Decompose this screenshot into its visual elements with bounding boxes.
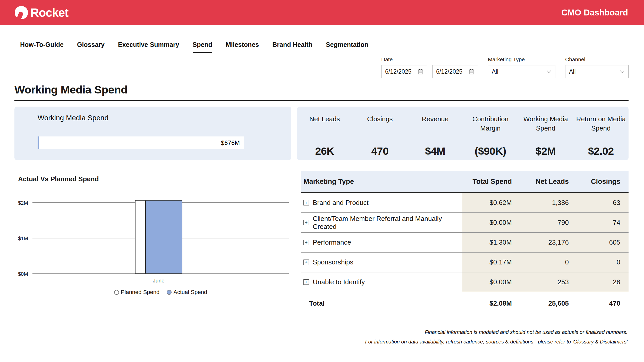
row-total-spend: $0.62M (462, 193, 512, 212)
row-total-spend: $0.17M (462, 253, 512, 272)
kpi-contribution-margin: Contribution Margin ($90K) (463, 114, 518, 160)
spend-card-title: Working Media Spend (38, 114, 291, 122)
column-header-net-leads[interactable]: Net Leads (512, 171, 569, 192)
kpi-value: $2M (536, 145, 556, 157)
actual-spend-swatch-icon (167, 290, 172, 295)
rocket-logo-icon (14, 6, 28, 20)
channel-label: Channel (565, 56, 629, 63)
kpi-card: Net Leads 26K Closings 470 Revenue $4M C… (297, 107, 629, 160)
kpi-label: Contribution Margin (465, 114, 516, 135)
expand-icon[interactable]: + (303, 260, 309, 265)
y-axis-tick-label: $1M (18, 236, 32, 242)
row-net-leads: 0 (512, 253, 569, 272)
actual-vs-planned-chart: Actual Vs Planned Spend June $0M$1M$2M P… (14, 168, 301, 314)
kpi-label: Working Media Spend (520, 114, 571, 135)
row-label: Unable to Identify (313, 278, 365, 286)
tab-executive-summary[interactable]: Executive Summary (118, 41, 179, 53)
main-content-row: Actual Vs Planned Spend June $0M$1M$2M P… (14, 168, 629, 314)
expand-icon[interactable]: + (303, 220, 309, 225)
kpi-revenue: Revenue $4M (408, 114, 463, 160)
kpi-value: ($90K) (475, 145, 506, 157)
row-net-leads: 23,176 (512, 233, 569, 252)
total-net-leads: 25,605 (512, 292, 569, 314)
dashboard-title: CMO Dashboard (561, 8, 628, 18)
tab-milestones[interactable]: Milestones (226, 41, 259, 53)
working-media-spend-card: Working Media Spend $676M (14, 107, 291, 160)
total-label: Total (301, 292, 462, 314)
filter-bar: Date 6/12/2025 6/12/2025 (381, 56, 629, 78)
planned-spend-bar[interactable] (135, 200, 146, 274)
date-end-value: 6/12/2025 (436, 68, 462, 75)
legend-item-actual-spend[interactable]: Actual Spend (167, 289, 207, 296)
footnotes: Financial information is modeled and sho… (0, 329, 628, 345)
date-filter: Date 6/12/2025 6/12/2025 (381, 56, 478, 78)
tab-glossary[interactable]: Glossary (77, 41, 105, 53)
table-row: + Performance $1.30M 23,176 605 (301, 233, 629, 253)
date-filter-label: Date (381, 56, 478, 63)
kpi-net-leads: Net Leads 26K (297, 114, 352, 160)
kpi-closings: Closings 470 (352, 114, 408, 160)
rocket-logo: Rocket (14, 6, 68, 20)
column-header-marketing-type[interactable]: Marketing Type (301, 171, 462, 192)
column-header-closings[interactable]: Closings (569, 171, 629, 192)
kpi-label: Closings (367, 114, 393, 135)
top-bar: Rocket CMO Dashboard (0, 0, 644, 25)
tab-segmentation[interactable]: Segmentation (326, 41, 368, 53)
actual-spend-bar[interactable] (145, 200, 182, 274)
marketing-type-filter: Marketing Type All (488, 56, 555, 78)
tab-how-to-guide[interactable]: How-To-Guide (20, 41, 64, 53)
table-total-row: Total $2.08M 25,605 470 (301, 292, 629, 314)
title-divider (14, 100, 629, 101)
expand-icon[interactable]: + (303, 240, 309, 245)
chevron-down-icon (619, 68, 625, 75)
legend-label: Planned Spend (121, 289, 159, 296)
kpi-return-on-media-spend: Return on Media Spend $2.02 (573, 114, 629, 160)
row-total-spend: $0.00M (462, 213, 512, 232)
tab-brand-health[interactable]: Brand Health (272, 41, 312, 53)
legend-item-planned-spend[interactable]: Planned Spend (114, 289, 159, 296)
channel-filter: Channel All (565, 56, 629, 78)
marketing-type-value: All (492, 68, 498, 75)
tab-spend[interactable]: Spend (193, 41, 212, 53)
expand-icon[interactable]: + (303, 279, 309, 285)
planned-spend-swatch-icon (114, 290, 119, 295)
chart-plot: June $0M$1M$2M (32, 185, 289, 274)
row-label: Performance (313, 238, 351, 246)
calendar-icon[interactable] (468, 68, 475, 75)
summary-cards-row: Working Media Spend $676M Net Leads 26K … (14, 107, 629, 160)
expand-icon[interactable]: + (303, 200, 309, 205)
spend-gauge-fill (38, 136, 39, 149)
date-end-input[interactable]: 6/12/2025 (432, 65, 478, 78)
table-row: + Sponsorships $0.17M 0 0 (301, 253, 629, 272)
total-spend: $2.08M (462, 292, 512, 314)
row-net-leads: 1,386 (512, 193, 569, 212)
spend-gauge-bar: $676M (38, 136, 244, 149)
channel-select[interactable]: All (565, 65, 629, 78)
chevron-down-icon (546, 68, 552, 75)
row-closings: 605 (569, 233, 629, 252)
kpi-value: $2.02 (588, 145, 614, 157)
footnote-disclaimer: Financial information is modeled and sho… (0, 329, 628, 335)
kpi-label: Return on Media Spend (575, 114, 627, 135)
page-title: Working Media Spend (14, 83, 644, 96)
marketing-type-select[interactable]: All (488, 65, 555, 78)
kpi-value: 26K (315, 145, 334, 157)
chart-title: Actual Vs Planned Spend (18, 175, 301, 183)
row-total-spend: $1.30M (462, 233, 512, 252)
table-row: + Client/Team Member Referral and Manual… (301, 213, 629, 233)
marketing-type-table: Marketing Type Total Spend Net Leads Clo… (301, 171, 629, 314)
calendar-icon[interactable] (417, 68, 424, 75)
row-net-leads: 790 (512, 213, 569, 232)
footnote-reference: For information on data availability, re… (0, 339, 628, 345)
date-start-input[interactable]: 6/12/2025 (381, 65, 427, 78)
marketing-type-label: Marketing Type (488, 56, 555, 63)
table-row: + Unable to Identify $0.00M 253 28 (301, 272, 629, 292)
brand-name: Rocket (30, 6, 68, 20)
channel-value: All (569, 68, 576, 75)
kpi-value: 470 (371, 145, 388, 157)
kpi-working-media-spend: Working Media Spend $2M (518, 114, 573, 160)
row-closings: 0 (569, 253, 629, 272)
row-closings: 74 (569, 213, 629, 232)
total-closings: 470 (569, 292, 629, 314)
column-header-total-spend[interactable]: Total Spend (462, 171, 512, 192)
